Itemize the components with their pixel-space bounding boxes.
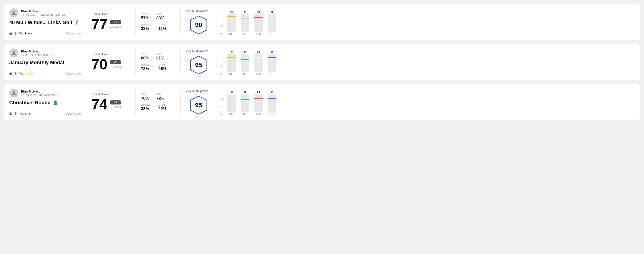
data-source: Data: Arccos bbox=[66, 112, 81, 115]
stats-row-top: FW Hit 36% GIR 72% bbox=[141, 93, 175, 101]
stat-oneputt: 1 Putt 11% bbox=[158, 23, 166, 31]
score-row: 70 -2 18 Holes bbox=[91, 57, 130, 72]
left-section: Blair McHarg 12 Feb 2022 · Royal North D… bbox=[9, 8, 86, 35]
bar-container bbox=[268, 54, 276, 72]
bar-container bbox=[254, 14, 263, 32]
stat-oneputt-value: 22% bbox=[158, 107, 166, 111]
chart-group: 95ARG bbox=[253, 91, 264, 116]
stats-section: FW Hit 86% GIR 61% Up/Down 78% 1 Putt 56… bbox=[136, 48, 181, 75]
chart-group: 86APP bbox=[239, 51, 251, 75]
stat-gir-value: 83% bbox=[156, 16, 164, 20]
score-number: 74 bbox=[91, 97, 107, 112]
bar-container bbox=[227, 14, 236, 32]
user-info: Blair McHarg 29 Jan 2022 · Mill Ride GCC bbox=[9, 48, 81, 57]
bar-container bbox=[268, 94, 276, 112]
bar-container bbox=[241, 94, 249, 112]
bag-icon: 🏌 bbox=[14, 72, 18, 75]
bar-line bbox=[254, 17, 263, 18]
score-badge: +2 bbox=[110, 101, 121, 105]
score-section: Round Score 77 +5 18 Holes bbox=[86, 8, 136, 35]
chart-group: 87APP bbox=[239, 91, 251, 116]
stat-oneputt-value: 56% bbox=[158, 66, 166, 71]
stat-fw-hit-label: FW Hit bbox=[141, 13, 149, 15]
chart-group: 107OTT bbox=[226, 11, 237, 35]
stat-updown: Up/Down 33% bbox=[141, 103, 151, 111]
bar-container bbox=[241, 14, 249, 32]
quality-section: Avg Shot Quality 95 bbox=[181, 89, 217, 116]
bar-fill bbox=[268, 20, 276, 32]
stats-row-bottom: Up/Down 78% 1 Putt 56% bbox=[141, 63, 175, 71]
score-row: 74 +2 18 Holes bbox=[91, 97, 130, 112]
stats-row-top: FW Hit 57% GIR 83% bbox=[141, 13, 175, 20]
svg-point-4 bbox=[13, 91, 15, 93]
score-holes: 18 Holes bbox=[110, 25, 121, 28]
stat-fw-hit: FW Hit 57% bbox=[141, 13, 149, 20]
chart-group: 101OTT bbox=[226, 51, 237, 75]
round-card: Blair McHarg 12 Feb 2022 · Royal North D… bbox=[4, 3, 640, 40]
bar-line bbox=[227, 16, 236, 17]
round-title: January Monthly Medal bbox=[9, 60, 81, 66]
quality-section: Avg Shot Quality 95 bbox=[181, 48, 217, 75]
chart-group: 93PUTT bbox=[266, 91, 278, 116]
quality-label: Avg Shot Quality bbox=[186, 89, 208, 93]
score-badge-wrap: +5 18 Holes bbox=[110, 20, 121, 28]
user-date: 27 Dec 2021 · The Oxfordshire bbox=[21, 94, 58, 97]
bar-line bbox=[241, 59, 249, 60]
user-name: Blair McHarg bbox=[21, 90, 58, 93]
stat-gir: GIR 83% bbox=[156, 13, 164, 20]
stats-row-bottom: Up/Down 33% 1 Putt 11% bbox=[141, 23, 175, 31]
score-holes: 18 Holes bbox=[110, 65, 121, 68]
bar-fill bbox=[254, 98, 263, 112]
stat-fw-hit-value: 57% bbox=[141, 16, 149, 20]
stat-fw-hit: FW Hit 36% bbox=[141, 93, 149, 101]
hexagon: 95 bbox=[190, 55, 208, 75]
hex-score: 90 bbox=[195, 21, 202, 29]
avatar bbox=[9, 48, 18, 57]
stat-oneputt-value: 11% bbox=[158, 26, 166, 31]
stat-gir: GIR 61% bbox=[156, 53, 164, 61]
bar-line bbox=[254, 58, 263, 58]
bar-fill bbox=[227, 16, 236, 32]
title-emoji: 🎄 bbox=[52, 100, 58, 106]
left-section: Blair McHarg 27 Dec 2021 · The Oxfordshi… bbox=[9, 89, 86, 116]
score-number: 70 bbox=[91, 57, 107, 72]
score-badge: -2 bbox=[110, 60, 121, 64]
bar-fill bbox=[227, 57, 236, 72]
hexagon: 90 bbox=[190, 15, 208, 35]
bag-icon: 🏌 bbox=[14, 112, 18, 116]
title-emoji: 🏌️ bbox=[74, 20, 80, 25]
bar-fill bbox=[227, 96, 236, 112]
bar-line bbox=[268, 57, 276, 58]
bar-fill bbox=[268, 98, 276, 112]
tee-info: 🌥 🏌 Tee: Yellow bbox=[9, 72, 33, 75]
stat-fw-hit-value: 86% bbox=[141, 56, 149, 61]
bar-container bbox=[268, 14, 276, 32]
weather-icon: 🌥 bbox=[9, 72, 12, 75]
svg-point-2 bbox=[13, 51, 15, 53]
score-label: Round Score bbox=[91, 12, 130, 16]
chart-group: 99PUTT bbox=[266, 51, 278, 75]
bar-line bbox=[241, 99, 249, 100]
data-source: Data: Arccos bbox=[66, 32, 81, 35]
bar-line bbox=[268, 98, 276, 99]
tee-label: Tee: Yellow bbox=[19, 72, 33, 75]
stat-updown-value: 78% bbox=[141, 66, 151, 71]
round-card: Blair McHarg 27 Dec 2021 · The Oxfordshi… bbox=[4, 84, 640, 120]
stat-oneputt-label: 1 Putt bbox=[158, 103, 166, 106]
data-source: Data: Arccos bbox=[66, 72, 81, 75]
stat-updown-label: Up/Down bbox=[141, 23, 151, 26]
chart-group: 96ARG bbox=[253, 51, 264, 75]
score-badge: +5 bbox=[110, 20, 121, 24]
user-name: Blair McHarg bbox=[21, 50, 55, 53]
bar-container bbox=[227, 54, 236, 72]
bar-line bbox=[241, 18, 249, 18]
stat-oneputt-label: 1 Putt bbox=[158, 63, 166, 66]
chart-group: 110OTT bbox=[226, 91, 237, 116]
bar-line bbox=[227, 96, 236, 96]
bottom-row: 🌥 🏌 Tee: Yellow Data: Arccos bbox=[9, 72, 81, 75]
svg-point-0 bbox=[13, 11, 15, 13]
bar-fill bbox=[241, 59, 249, 72]
score-label: Round Score bbox=[91, 93, 130, 96]
round-card: Blair McHarg 29 Jan 2022 · Mill Ride GCC… bbox=[4, 44, 640, 80]
hex-score: 95 bbox=[195, 61, 202, 69]
